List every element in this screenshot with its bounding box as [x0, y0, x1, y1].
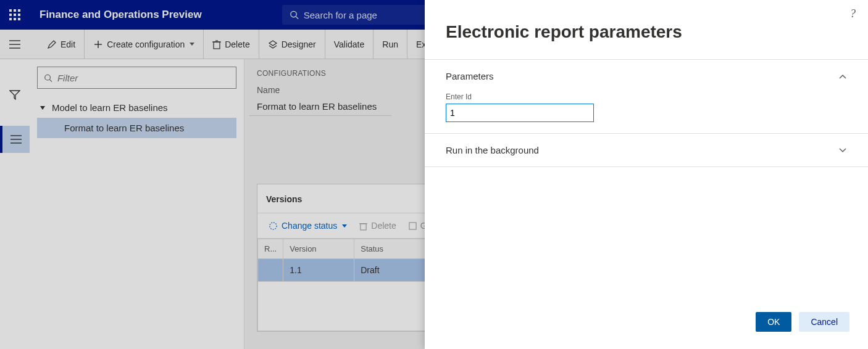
- ok-button[interactable]: OK: [756, 312, 791, 332]
- parameters-section: Parameters Enter Id: [425, 59, 868, 133]
- run-background-title: Run in the background: [446, 145, 539, 155]
- report-parameters-panel: ? Electronic report parameters Parameter…: [425, 0, 868, 349]
- cancel-button[interactable]: Cancel: [799, 312, 849, 332]
- help-icon[interactable]: ?: [850, 7, 856, 20]
- enter-id-label: Enter Id: [446, 92, 847, 101]
- enter-id-field: Enter Id: [446, 92, 847, 122]
- enter-id-input[interactable]: [446, 104, 594, 122]
- chevron-up-icon: [838, 73, 847, 80]
- run-background-header[interactable]: Run in the background: [446, 145, 847, 155]
- parameters-title: Parameters: [446, 71, 494, 81]
- parameters-header[interactable]: Parameters: [446, 71, 847, 81]
- run-background-section: Run in the background: [425, 133, 868, 167]
- panel-footer: OK Cancel: [425, 301, 868, 349]
- panel-title: Electronic report parameters: [425, 0, 868, 59]
- chevron-down-icon: [838, 147, 847, 154]
